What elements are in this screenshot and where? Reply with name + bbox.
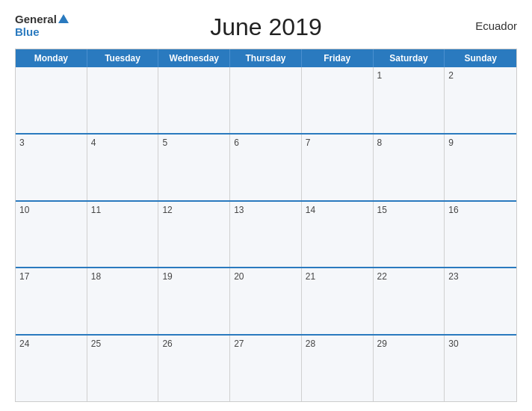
day-number: 28 [306, 339, 369, 349]
day-number: 10 [19, 205, 83, 215]
calendar-cell: 1 [374, 67, 445, 133]
day-number: 15 [377, 205, 441, 215]
logo-triangle-icon [58, 14, 69, 23]
day-number: 14 [306, 205, 369, 215]
calendar-cell: 12 [158, 202, 230, 268]
calendar-header: Monday Tuesday Wednesday Thursday Friday… [16, 49, 516, 67]
calendar-cell [16, 67, 87, 133]
day-number: 19 [162, 271, 226, 282]
logo: General Blue [15, 13, 69, 38]
calendar-cell: 29 [374, 336, 445, 401]
calendar-week-1: 12 [16, 67, 516, 133]
calendar-body: 1234567891011121314151617181920212223242… [16, 67, 516, 401]
day-number: 20 [234, 271, 297, 282]
calendar-cell: 13 [230, 202, 302, 268]
day-number: 29 [377, 339, 441, 349]
day-number: 27 [234, 339, 297, 349]
day-number: 11 [91, 205, 155, 215]
calendar-cell: 23 [445, 268, 516, 334]
calendar-cell: 2 [445, 67, 516, 133]
day-number: 5 [162, 137, 226, 148]
calendar-cell: 4 [87, 135, 159, 200]
calendar-cell: 6 [230, 135, 302, 200]
calendar-week-4: 17181920212223 [16, 267, 516, 334]
calendar-page: General Blue June 2019 Ecuador Monday Tu… [0, 0, 532, 411]
calendar-cell: 7 [302, 135, 374, 200]
day-number: 16 [448, 205, 513, 215]
day-number: 13 [234, 205, 297, 215]
day-number: 12 [162, 205, 226, 215]
col-tuesday: Tuesday [87, 49, 159, 67]
calendar-cell: 22 [374, 268, 445, 334]
day-number: 2 [448, 70, 513, 81]
calendar-cell: 16 [445, 202, 516, 268]
day-number: 24 [19, 339, 83, 349]
calendar-cell: 3 [16, 135, 87, 200]
day-number: 17 [19, 271, 83, 282]
col-wednesday: Wednesday [158, 49, 230, 67]
day-number: 21 [306, 271, 369, 282]
calendar-week-5: 24252627282930 [16, 334, 516, 401]
logo-general-text: General [15, 13, 69, 26]
col-friday: Friday [302, 49, 374, 67]
day-number: 1 [377, 70, 441, 81]
day-number: 8 [377, 137, 441, 148]
calendar-cell: 20 [230, 268, 302, 334]
calendar-cell: 28 [302, 336, 374, 401]
country-label: Ecuador [475, 19, 517, 32]
page-header: General Blue June 2019 Ecuador [15, 13, 517, 41]
calendar-week-3: 10111213141516 [16, 200, 516, 268]
day-number: 30 [448, 339, 513, 349]
calendar-grid: Monday Tuesday Wednesday Thursday Friday… [15, 49, 517, 402]
col-saturday: Saturday [374, 49, 445, 67]
calendar-cell [230, 67, 302, 133]
day-number: 4 [91, 137, 155, 148]
calendar-cell: 30 [445, 336, 516, 401]
calendar-cell: 21 [302, 268, 374, 334]
day-number: 23 [448, 271, 513, 282]
col-monday: Monday [16, 49, 87, 67]
calendar-cell: 19 [158, 268, 230, 334]
calendar-cell: 15 [374, 202, 445, 268]
calendar-cell: 9 [445, 135, 516, 200]
day-number: 3 [19, 137, 83, 148]
calendar-cell: 17 [16, 268, 87, 334]
calendar-cell: 26 [158, 336, 230, 401]
calendar-cell [302, 67, 374, 133]
calendar-cell: 18 [87, 268, 159, 334]
calendar-cell: 8 [374, 135, 445, 200]
col-thursday: Thursday [230, 49, 302, 67]
col-sunday: Sunday [445, 49, 516, 67]
calendar-cell: 10 [16, 202, 87, 268]
calendar-cell: 14 [302, 202, 374, 268]
day-number: 25 [91, 339, 155, 349]
day-number: 18 [91, 271, 155, 282]
day-number: 7 [306, 137, 369, 148]
calendar-cell: 5 [158, 135, 230, 200]
calendar-cell: 24 [16, 336, 87, 401]
day-number: 26 [162, 339, 226, 349]
calendar-week-2: 3456789 [16, 133, 516, 200]
calendar-cell [87, 67, 159, 133]
day-number: 22 [377, 271, 441, 282]
calendar-cell: 25 [87, 336, 159, 401]
calendar-cell [158, 67, 230, 133]
calendar-cell: 11 [87, 202, 159, 268]
logo-blue-text: Blue [15, 26, 69, 39]
day-number: 9 [448, 137, 513, 148]
page-title: June 2019 [210, 13, 321, 41]
day-number: 6 [234, 137, 297, 148]
calendar-cell: 27 [230, 336, 302, 401]
